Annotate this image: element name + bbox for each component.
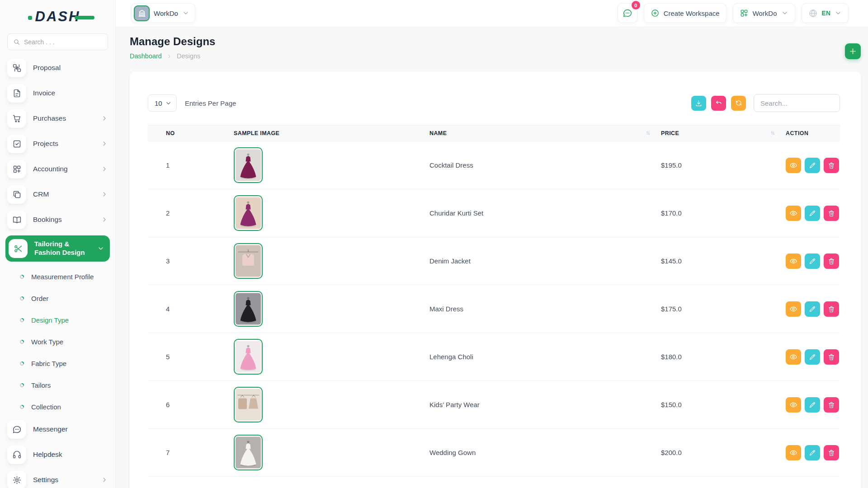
- chevron-down-icon: [781, 9, 788, 17]
- sidebar-sub-item-collection[interactable]: Collection: [7, 397, 108, 417]
- sidebar-sub-item-order[interactable]: Order: [7, 289, 108, 308]
- table-search-input[interactable]: [754, 94, 840, 112]
- page-title: Manage Designs: [130, 35, 861, 48]
- table-row: 2 Churidar Kurti Set $170.0: [148, 189, 840, 237]
- trash-icon: [828, 210, 835, 217]
- view-button[interactable]: [786, 445, 801, 460]
- language-selector[interactable]: EN: [802, 3, 849, 23]
- view-button[interactable]: [786, 206, 801, 221]
- delete-button[interactable]: [824, 349, 839, 365]
- sidebar-sub-item-tailors[interactable]: Tailors: [7, 375, 108, 395]
- edit-button[interactable]: [805, 206, 820, 221]
- plus-icon: [849, 47, 857, 56]
- delete-button[interactable]: [824, 301, 839, 317]
- delete-button[interactable]: [824, 206, 839, 221]
- download-icon: [695, 99, 703, 107]
- pencil-icon: [809, 401, 816, 408]
- design-sample-image[interactable]: [234, 243, 263, 279]
- grid-plus-icon: [7, 160, 26, 178]
- reset-button[interactable]: [711, 96, 726, 111]
- add-design-button[interactable]: [845, 43, 861, 59]
- design-sample-image[interactable]: [234, 147, 263, 183]
- chevron-down-icon: [165, 100, 172, 107]
- design-name: Lehenga Choli: [429, 333, 661, 381]
- design-sample-image[interactable]: [234, 339, 263, 375]
- design-price: $180.0: [661, 333, 786, 381]
- sidebar-sub-item-work-type[interactable]: Work Type: [7, 332, 108, 352]
- sidebar-sub-item-fabric-type[interactable]: Fabric Type: [7, 354, 108, 373]
- row-number: 6: [148, 381, 234, 429]
- table-row: 4 Maxi Dress $175.0: [148, 285, 840, 333]
- page-header: Manage Designs Dashboard Designs: [130, 35, 861, 60]
- view-button[interactable]: [786, 349, 801, 365]
- bullet-icon: [20, 405, 24, 409]
- sidebar-sub-item-design-type[interactable]: Design Type: [7, 310, 108, 330]
- edit-button[interactable]: [805, 253, 820, 269]
- sidebar-item-invoice[interactable]: Invoice: [7, 83, 108, 103]
- entries-per-page-label: Entries Per Page: [185, 99, 236, 107]
- headset-icon: [7, 445, 26, 464]
- logo-dot-icon: [28, 16, 32, 20]
- sort-icon[interactable]: [770, 130, 776, 136]
- export-button[interactable]: [691, 96, 706, 111]
- view-button[interactable]: [786, 158, 801, 173]
- view-button[interactable]: [786, 301, 801, 317]
- design-sample-image[interactable]: [234, 387, 263, 422]
- view-button[interactable]: [786, 397, 801, 413]
- sidebar-item-projects[interactable]: Projects: [7, 133, 108, 154]
- workspace-switcher-button[interactable]: WorkDo: [131, 3, 195, 23]
- edit-button[interactable]: [805, 397, 820, 413]
- sidebar-sub-item-measurement-profile[interactable]: Measurement Profile: [7, 267, 108, 286]
- pencil-icon: [809, 258, 816, 265]
- row-number: 3: [148, 237, 234, 285]
- messages-button[interactable]: 0: [618, 3, 637, 23]
- sidebar-item-tailoring-fashion-design[interactable]: Tailoring & Fashion Design: [5, 235, 110, 262]
- column-header-no: NO: [148, 125, 234, 141]
- delete-button[interactable]: [824, 158, 839, 173]
- brand-logo[interactable]: DASH: [7, 6, 108, 27]
- delete-button[interactable]: [824, 253, 839, 269]
- sidebar-item-bookings[interactable]: Bookings: [7, 209, 108, 230]
- workdo-dropdown[interactable]: WorkDo: [733, 3, 795, 23]
- create-workspace-button[interactable]: Create Workspace: [644, 3, 726, 23]
- row-number: 1: [148, 141, 234, 189]
- chevron-down-icon: [182, 9, 189, 17]
- delete-button[interactable]: [824, 445, 839, 460]
- chevron-right-icon: [101, 115, 108, 122]
- table-row: 1 Cocktail Dress $195.0: [148, 141, 840, 189]
- design-name: Denim Jacket: [429, 237, 661, 285]
- edit-button[interactable]: [805, 445, 820, 460]
- design-sample-image[interactable]: [234, 291, 263, 327]
- sort-icon[interactable]: [645, 130, 651, 136]
- chevron-down-icon: [97, 245, 104, 252]
- sidebar-item-settings[interactable]: Settings: [7, 469, 108, 488]
- chevron-right-icon: [101, 165, 108, 173]
- table-row: 6 Kids’ Party Wear $150.0: [148, 381, 840, 429]
- sidebar-item-crm[interactable]: CRM: [7, 184, 108, 205]
- sidebar-item-purchases[interactable]: Purchases: [7, 108, 108, 129]
- chat-bubble-icon: [623, 8, 632, 18]
- sidebar-search-input[interactable]: [24, 38, 106, 46]
- sidebar-item-helpdesk[interactable]: Helpdesk: [7, 444, 108, 465]
- search-icon: [13, 38, 20, 46]
- column-header-price[interactable]: PRICE: [661, 125, 786, 141]
- workspace-building-icon: [134, 5, 150, 21]
- breadcrumb-dashboard-link[interactable]: Dashboard: [130, 52, 162, 60]
- refresh-icon: [735, 99, 742, 107]
- gear-icon: [7, 470, 26, 488]
- column-header-name[interactable]: NAME: [429, 125, 661, 141]
- delete-button[interactable]: [824, 397, 839, 413]
- sidebar-item-proposal[interactable]: Proposal: [7, 57, 108, 78]
- view-button[interactable]: [786, 253, 801, 269]
- edit-button[interactable]: [805, 301, 820, 317]
- edit-button[interactable]: [805, 349, 820, 365]
- chevron-right-icon: [101, 216, 108, 223]
- sidebar-item-messenger[interactable]: Messenger: [7, 419, 108, 440]
- design-sample-image[interactable]: [234, 195, 263, 231]
- reload-button[interactable]: [731, 96, 746, 111]
- sidebar-item-accounting[interactable]: Accounting: [7, 159, 108, 179]
- edit-button[interactable]: [805, 158, 820, 173]
- entries-per-page-select[interactable]: 10: [148, 94, 177, 112]
- column-header-sample-image: SAMPLE IMAGE: [234, 125, 429, 141]
- design-sample-image[interactable]: [234, 435, 263, 470]
